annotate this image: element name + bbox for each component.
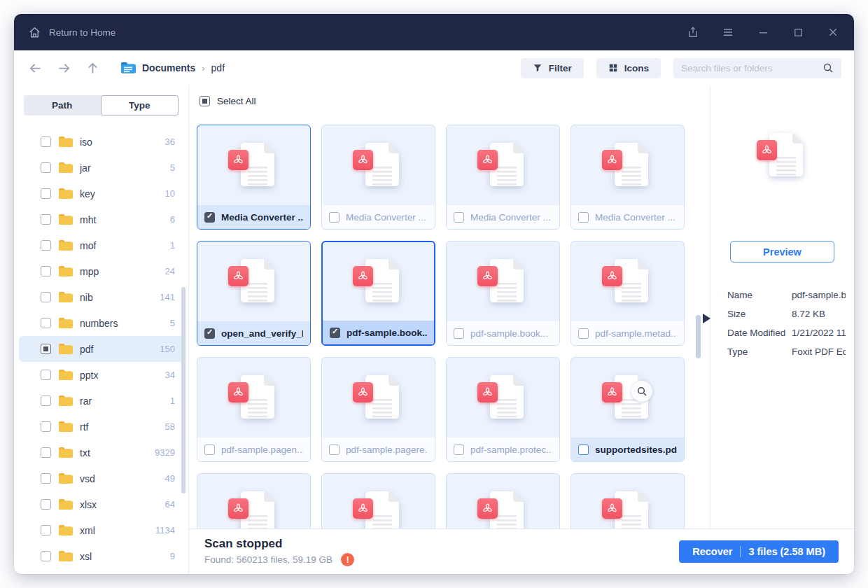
sidebar-folder-row[interactable]: numbers 5 xyxy=(19,310,183,336)
file-card[interactable]: Media Converter ... xyxy=(197,125,311,230)
file-name: supportedsites.pdf xyxy=(595,444,677,455)
tab-type[interactable]: Type xyxy=(101,95,179,115)
folder-checkbox[interactable] xyxy=(41,214,51,225)
pdf-file-icon xyxy=(353,370,405,426)
folder-icon xyxy=(58,472,73,484)
folder-checkbox[interactable] xyxy=(41,421,51,432)
file-card[interactable] xyxy=(446,473,560,528)
folder-checkbox[interactable] xyxy=(41,292,51,302)
file-checkbox[interactable] xyxy=(454,444,464,455)
export-icon[interactable] xyxy=(686,25,700,39)
close-icon[interactable] xyxy=(826,25,840,39)
folder-checkbox[interactable] xyxy=(41,318,51,328)
up-icon[interactable] xyxy=(84,59,101,76)
pdf-badge-icon xyxy=(228,266,248,286)
file-checkbox[interactable] xyxy=(578,328,589,339)
search-icon[interactable] xyxy=(822,62,834,74)
file-checkbox[interactable] xyxy=(329,212,340,223)
pdf-badge-icon xyxy=(757,140,777,160)
select-all-row[interactable]: Select All xyxy=(200,96,710,106)
folder-checkbox[interactable] xyxy=(41,447,51,458)
sidebar-folder-row[interactable]: mof 1 xyxy=(19,232,183,258)
file-checkbox[interactable] xyxy=(454,328,464,339)
file-checkbox[interactable] xyxy=(204,328,215,339)
file-card[interactable]: pdf-sample.metad... xyxy=(570,241,685,346)
folder-checkbox[interactable] xyxy=(41,344,51,354)
sidebar-folder-row[interactable]: rtf 58 xyxy=(19,414,183,440)
sidebar-folder-row[interactable]: iso 36 xyxy=(19,129,183,155)
folder-checkbox[interactable] xyxy=(41,473,51,484)
file-card[interactable]: supportedsites.pdf xyxy=(570,357,685,462)
warning-icon[interactable]: ! xyxy=(341,553,354,566)
file-card[interactable] xyxy=(321,473,435,528)
file-checkbox[interactable] xyxy=(578,212,589,223)
file-card[interactable]: pdf-sample.book... xyxy=(321,241,435,346)
back-icon[interactable] xyxy=(27,59,43,76)
tab-path[interactable]: Path xyxy=(24,95,101,115)
folder-checkbox[interactable] xyxy=(41,370,51,380)
folder-checkbox[interactable] xyxy=(41,266,51,276)
return-home-button[interactable]: Return to Home xyxy=(28,26,115,39)
panel-collapse-icon[interactable] xyxy=(703,314,710,323)
file-checkbox[interactable] xyxy=(454,212,464,223)
sidebar-folder-row[interactable]: rar 1 xyxy=(19,388,183,414)
file-card[interactable]: pdf-sample.pagen... xyxy=(197,357,311,462)
maximize-icon[interactable] xyxy=(791,25,805,39)
file-checkbox[interactable] xyxy=(578,444,589,455)
sidebar-folder-row[interactable]: nib 141 xyxy=(19,284,183,310)
file-card[interactable]: Media Converter ... xyxy=(446,125,560,230)
sidebar-folder-row[interactable]: mht 6 xyxy=(19,206,183,232)
file-card[interactable]: Media Converter ... xyxy=(570,125,685,230)
file-checkbox[interactable] xyxy=(204,444,215,455)
folder-checkbox[interactable] xyxy=(41,188,51,199)
breadcrumb-root[interactable]: Documents xyxy=(142,62,195,74)
sidebar-folder-row[interactable]: xlsx 64 xyxy=(19,491,183,517)
select-all-checkbox[interactable] xyxy=(200,96,210,106)
file-checkbox[interactable] xyxy=(204,212,215,223)
file-card[interactable] xyxy=(570,473,685,528)
filter-button[interactable]: Filter xyxy=(521,58,584,78)
sidebar-scrollbar[interactable] xyxy=(181,287,186,493)
menu-icon[interactable] xyxy=(721,25,735,39)
sidebar-folder-row[interactable]: txt 9329 xyxy=(19,440,183,465)
preview-button[interactable]: Preview xyxy=(730,241,834,262)
view-icons-button[interactable]: Icons xyxy=(596,58,661,78)
folder-count: 58 xyxy=(165,421,175,432)
sidebar-folder-row[interactable]: vsd 49 xyxy=(19,465,183,491)
file-card[interactable]: pdf-sample.protec... xyxy=(446,357,560,462)
forward-icon[interactable] xyxy=(55,59,72,76)
folder-name: mht xyxy=(80,214,96,225)
folder-count: 24 xyxy=(165,266,175,276)
pdf-badge-icon xyxy=(228,150,248,170)
file-card[interactable]: pdf-sample.book... xyxy=(446,241,560,346)
grid-scrollbar[interactable] xyxy=(696,315,701,358)
folder-checkbox[interactable] xyxy=(41,551,51,561)
search-input[interactable] xyxy=(681,63,822,74)
sidebar-folder-row[interactable]: xsl 9 xyxy=(19,543,183,569)
folder-checkbox[interactable] xyxy=(41,499,51,510)
pdf-file-icon xyxy=(228,486,280,528)
search-box[interactable] xyxy=(673,58,841,78)
folder-checkbox[interactable] xyxy=(41,240,51,251)
minimize-icon[interactable] xyxy=(756,25,770,39)
folder-checkbox[interactable] xyxy=(41,136,51,147)
sidebar-folder-row[interactable]: pdf 150 xyxy=(19,336,183,362)
sidebar-folder-row[interactable]: jar 5 xyxy=(19,155,183,181)
sidebar-folder-row[interactable]: xml 1134 xyxy=(19,517,183,543)
sidebar-folder-row[interactable]: pptx 34 xyxy=(19,362,183,388)
breadcrumb-separator: › xyxy=(202,63,204,74)
file-checkbox[interactable] xyxy=(329,444,340,455)
breadcrumb-current[interactable]: pdf xyxy=(211,62,225,74)
sidebar-folder-row[interactable]: mpp 24 xyxy=(19,258,183,284)
folder-checkbox[interactable] xyxy=(41,525,51,536)
folder-checkbox[interactable] xyxy=(41,396,51,406)
folder-icon xyxy=(58,369,73,381)
file-card[interactable]: open_and_verify_l... xyxy=(197,241,311,346)
folder-checkbox[interactable] xyxy=(41,162,51,173)
file-card[interactable]: pdf-sample.pagere... xyxy=(321,357,435,462)
recover-button[interactable]: Recover 3 files (2.58 MB) xyxy=(679,540,839,563)
file-checkbox[interactable] xyxy=(330,328,340,338)
sidebar-folder-row[interactable]: key 10 xyxy=(19,181,183,206)
file-card[interactable] xyxy=(197,473,311,528)
file-card[interactable]: Media Converter ... xyxy=(321,125,435,230)
